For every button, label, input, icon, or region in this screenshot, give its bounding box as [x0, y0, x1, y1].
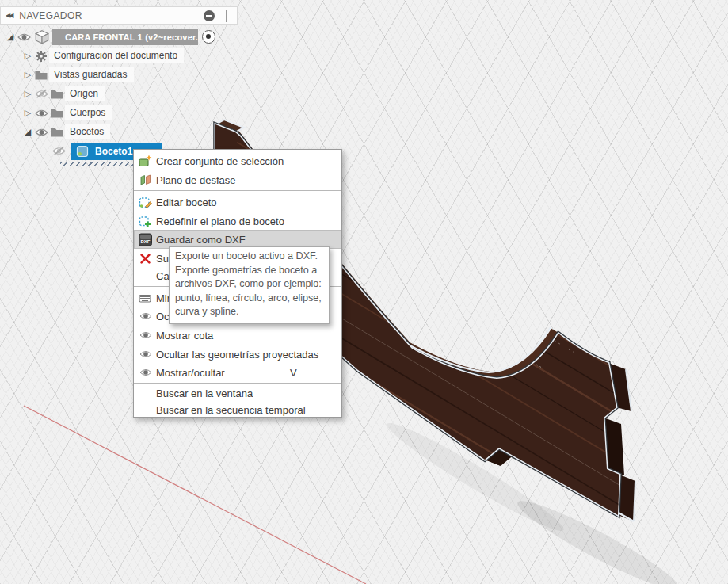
menu-item-label: Buscar en la ventana — [156, 387, 253, 399]
tree-item-label: Bocetos — [65, 124, 110, 139]
menu-separator — [134, 383, 341, 384]
tree-item-label: Cuerpos — [65, 105, 112, 120]
tooltip-line: Exporte un boceto activo a DXF. — [175, 250, 322, 264]
menu-item-buscar-secuencia[interactable]: Buscar en la secuencia temporal — [134, 402, 341, 418]
eye-icon — [139, 366, 152, 380]
tree-item-label: Vistas guardadas — [49, 67, 134, 82]
navigator-title: NAVEGADOR — [19, 10, 82, 21]
menu-item-label: Mostrar/ocultar — [156, 367, 225, 379]
expand-triangle-icon[interactable]: ◢ — [5, 32, 16, 41]
menu-item-label: Ocultar las geometrías proyectadas — [156, 349, 318, 361]
folder-icon — [33, 70, 49, 80]
menu-item-label: Mostrar cota — [156, 330, 213, 342]
menu-item-label: Editar boceto — [156, 197, 217, 208]
gear-icon — [33, 50, 49, 63]
tree-item-label: Origen — [65, 86, 105, 101]
fusion360-window: { "navigator": { "collapse_glyph": "◀◀",… — [0, 0, 728, 584]
navigator-header: ◀◀ NAVEGADOR — [0, 6, 238, 25]
tree-item-label: Configuración del documento — [49, 48, 184, 63]
collapsed-triangle-icon[interactable]: ▷ — [22, 71, 33, 79]
menu-shortcut: V — [290, 367, 297, 379]
sketch-axis-red — [24, 406, 366, 584]
eye-hidden-icon[interactable] — [51, 146, 67, 156]
collapsed-triangle-icon[interactable]: ▷ — [22, 90, 33, 98]
svg-text:DXF: DXF — [141, 239, 151, 244]
menu-item-label: Buscar en la secuencia temporal — [156, 404, 306, 416]
tree-item-label: Boceto1 — [95, 146, 132, 157]
menu-item-mostrar-cota[interactable]: Mostrar cota — [134, 326, 341, 345]
tooltip-line: curva y spline. — [175, 305, 322, 319]
tooltip-line: Exporte geometrías de boceto a — [175, 264, 322, 278]
eye-visible-icon[interactable] — [16, 32, 32, 42]
menu-item-label: Redefinir el plano de boceto — [156, 216, 284, 227]
menu-item-label: Guardar como DXF — [156, 234, 246, 246]
folder-icon — [49, 127, 65, 137]
tree-row-origen[interactable]: ▷ Origen — [22, 85, 105, 103]
menu-item-label: Plano de desfase — [156, 174, 235, 186]
tree-row-bocetos[interactable]: ◢ Bocetos — [22, 123, 110, 141]
tree-row-cuerpos[interactable]: ▷ Cuerpos — [22, 104, 112, 122]
menu-item-mostrar-ocultar[interactable]: Mostrar/ocultar V — [134, 363, 341, 382]
eye-visible-icon[interactable] — [33, 109, 49, 118]
tree-row-vistas-guardadas[interactable]: ▷ Vistas guardadas — [22, 66, 134, 84]
eye-icon — [139, 310, 152, 323]
selection-set-icon — [139, 155, 152, 168]
offset-plane-icon — [139, 174, 152, 187]
folder-icon — [49, 108, 65, 118]
tree-row-configuracion[interactable]: ▷ Configuración del documento — [22, 47, 184, 65]
folder-icon — [49, 89, 65, 99]
edit-sketch-icon — [139, 196, 152, 209]
redefine-sketch-plane-icon — [139, 215, 152, 228]
tooltip-line: archivos DXF, como por ejemplo: — [175, 277, 322, 292]
viewport-3d — [0, 0, 728, 584]
menu-item-editar-boceto[interactable]: Editar boceto — [134, 193, 341, 212]
menu-item-crear-conjunto[interactable]: Crear conjunto de selección — [134, 151, 341, 170]
menu-item-plano-desfase[interactable]: Plano de desfase — [134, 170, 341, 189]
tooltip-line: punto, línea, círculo, arco, elipse, — [175, 292, 322, 306]
activate-component-radio[interactable] — [202, 30, 215, 44]
navigator-minimize-icon[interactable] — [204, 10, 215, 21]
tree-row-root[interactable]: ◢ CARA FRONTAL 1 (v2~recover... — [5, 28, 215, 46]
collapsed-triangle-icon[interactable]: ▷ — [22, 109, 33, 117]
dxf-tooltip: Exporte un boceto activo a DXF. Exporte … — [169, 246, 330, 324]
bocetos-active-hatch — [60, 162, 136, 166]
root-document-label[interactable]: CARA FRONTAL 1 (v2~recover... — [52, 29, 198, 45]
collapsed-triangle-icon[interactable]: ▷ — [22, 52, 33, 60]
eye-hidden-icon[interactable] — [33, 89, 49, 99]
eye-icon — [139, 329, 152, 342]
component-cube-icon — [32, 29, 52, 45]
navigator-collapse-icon[interactable]: ◀◀ — [6, 12, 12, 19]
eye-icon — [139, 348, 152, 361]
menu-item-buscar-ventana[interactable]: Buscar en la ventana — [134, 385, 341, 402]
expand-triangle-icon[interactable]: ◢ — [22, 128, 33, 136]
dxf-icon: DXF — [139, 233, 152, 246]
menu-item-redefinir-plano[interactable]: Redefinir el plano de boceto — [134, 212, 341, 231]
navigator-scroll-handle[interactable] — [226, 10, 227, 22]
menu-separator — [134, 190, 341, 191]
sketch-icon — [74, 145, 90, 158]
menu-item-label: Crear conjunto de selección — [156, 155, 284, 167]
eye-visible-icon[interactable] — [33, 128, 49, 137]
menu-item-ocultar-geometrias[interactable]: Ocultar las geometrías proyectadas — [134, 345, 341, 364]
delete-icon — [139, 252, 152, 265]
look-at-icon — [139, 292, 152, 305]
